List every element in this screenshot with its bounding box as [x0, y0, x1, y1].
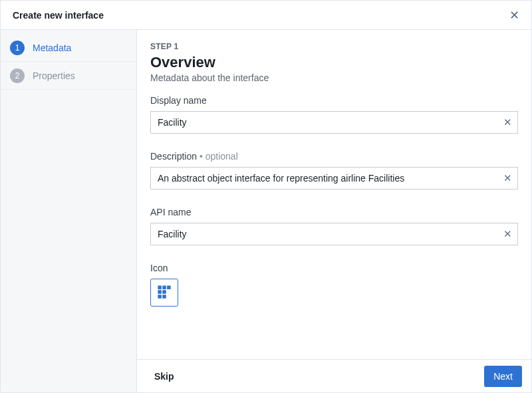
display-name-input-wrap: ✕ [150, 111, 518, 134]
create-interface-modal: Create new interface ✕ 1 Metadata 2 Prop… [0, 0, 532, 393]
page-title: Overview [150, 54, 518, 71]
clear-display-name-button[interactable]: ✕ [498, 112, 517, 133]
field-display-name: Display name ✕ [150, 95, 518, 134]
next-button[interactable]: Next [484, 366, 522, 387]
field-icon: Icon [150, 263, 518, 307]
modal-body: 1 Metadata 2 Properties STEP 1 Overview … [1, 30, 531, 392]
skip-button[interactable]: Skip [152, 367, 177, 386]
display-name-input[interactable] [151, 112, 498, 133]
close-icon: ✕ [503, 116, 512, 128]
field-label: Description [150, 151, 197, 162]
step-number-badge: 1 [10, 41, 25, 55]
field-label: Icon [150, 263, 518, 273]
close-button[interactable]: ✕ [507, 7, 522, 24]
optional-tag: • optional [200, 151, 238, 162]
clear-api-name-button[interactable]: ✕ [498, 223, 517, 245]
field-label-row: Description • optional [150, 151, 518, 162]
icon-picker-button[interactable] [150, 279, 178, 307]
field-description: Description • optional ✕ [150, 151, 518, 190]
modal-title: Create new interface [13, 10, 104, 21]
sidebar-step-properties[interactable]: 2 Properties [1, 62, 136, 90]
description-input[interactable] [151, 168, 498, 189]
api-name-input[interactable] [151, 223, 498, 245]
close-icon: ✕ [503, 228, 512, 239]
step-label: Metadata [33, 43, 71, 53]
sidebar-step-metadata[interactable]: 1 Metadata [1, 34, 136, 62]
step-label: Properties [33, 70, 75, 81]
field-api-name: API name ✕ [150, 207, 518, 245]
clear-description-button[interactable]: ✕ [498, 168, 517, 189]
wizard-content: STEP 1 Overview Metadata about the inter… [137, 30, 531, 359]
modal-header: Create new interface ✕ [1, 1, 531, 30]
wizard-sidebar: 1 Metadata 2 Properties [1, 30, 137, 392]
api-name-input-wrap: ✕ [150, 223, 518, 245]
field-label: API name [150, 207, 518, 217]
grid-icon [157, 285, 172, 301]
description-input-wrap: ✕ [150, 167, 518, 190]
page-subtitle: Metadata about the interface [150, 72, 518, 83]
close-icon: ✕ [509, 9, 519, 22]
wizard-main: STEP 1 Overview Metadata about the inter… [137, 30, 531, 392]
close-icon: ✕ [503, 172, 512, 184]
step-number-badge: 2 [10, 68, 25, 83]
field-label: Display name [150, 95, 518, 106]
step-eyebrow: STEP 1 [150, 42, 518, 51]
wizard-footer: Skip Next [137, 359, 531, 392]
